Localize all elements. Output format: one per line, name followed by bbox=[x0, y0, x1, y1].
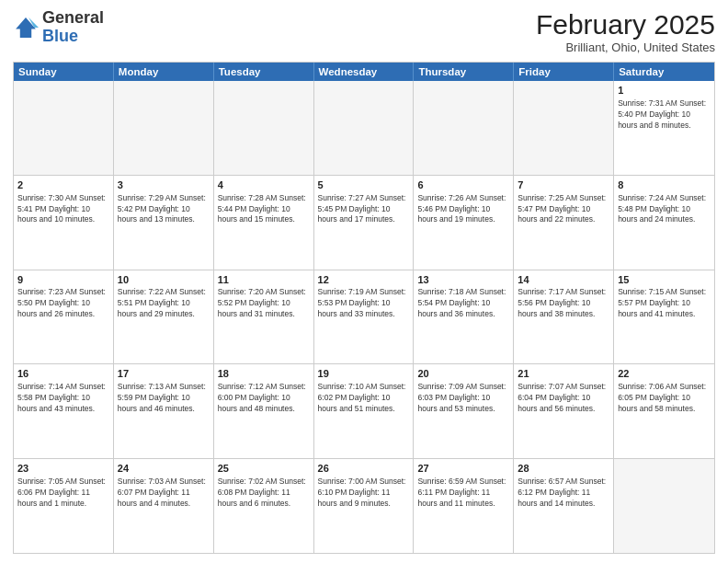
calendar-row: 1Sunrise: 7:31 AM Sunset: 5:40 PM Daylig… bbox=[14, 81, 714, 176]
day-number: 5 bbox=[318, 178, 410, 192]
day-number: 21 bbox=[518, 367, 609, 381]
calendar-cell: 19Sunrise: 7:10 AM Sunset: 6:02 PM Dayli… bbox=[314, 364, 415, 458]
day-info: Sunrise: 7:05 AM Sunset: 6:06 PM Dayligh… bbox=[17, 477, 109, 510]
day-info: Sunrise: 7:14 AM Sunset: 5:58 PM Dayligh… bbox=[17, 382, 109, 415]
calendar-cell: 5Sunrise: 7:27 AM Sunset: 5:45 PM Daylig… bbox=[314, 176, 415, 270]
day-number: 26 bbox=[318, 462, 410, 476]
day-info: Sunrise: 6:57 AM Sunset: 6:12 PM Dayligh… bbox=[518, 477, 609, 510]
calendar-cell: 12Sunrise: 7:19 AM Sunset: 5:53 PM Dayli… bbox=[314, 270, 415, 364]
day-info: Sunrise: 7:09 AM Sunset: 6:03 PM Dayligh… bbox=[417, 382, 509, 415]
day-info: Sunrise: 7:02 AM Sunset: 6:08 PM Dayligh… bbox=[218, 477, 310, 510]
day-info: Sunrise: 7:25 AM Sunset: 5:47 PM Dayligh… bbox=[518, 193, 609, 226]
calendar-cell bbox=[614, 459, 714, 553]
calendar: SundayMondayTuesdayWednesdayThursdayFrid… bbox=[13, 62, 715, 554]
calendar-cell: 26Sunrise: 7:00 AM Sunset: 6:10 PM Dayli… bbox=[314, 459, 415, 553]
calendar-cell: 8Sunrise: 7:24 AM Sunset: 5:48 PM Daylig… bbox=[614, 176, 714, 270]
calendar-cell: 15Sunrise: 7:15 AM Sunset: 5:57 PM Dayli… bbox=[614, 270, 714, 364]
logo: General Blue bbox=[13, 9, 104, 46]
weekday-header: Friday bbox=[514, 63, 614, 81]
calendar-cell: 4Sunrise: 7:28 AM Sunset: 5:44 PM Daylig… bbox=[214, 176, 314, 270]
day-info: Sunrise: 7:22 AM Sunset: 5:51 PM Dayligh… bbox=[118, 287, 210, 320]
day-info: Sunrise: 7:06 AM Sunset: 6:05 PM Dayligh… bbox=[618, 382, 711, 415]
weekday-header: Saturday bbox=[614, 63, 714, 81]
day-number: 2 bbox=[17, 178, 109, 192]
day-info: Sunrise: 7:20 AM Sunset: 5:52 PM Dayligh… bbox=[218, 287, 310, 320]
calendar-cell: 10Sunrise: 7:22 AM Sunset: 5:51 PM Dayli… bbox=[114, 270, 214, 364]
svg-marker-0 bbox=[16, 17, 36, 38]
calendar-cell: 20Sunrise: 7:09 AM Sunset: 6:03 PM Dayli… bbox=[414, 364, 514, 458]
day-info: Sunrise: 7:24 AM Sunset: 5:48 PM Dayligh… bbox=[618, 193, 711, 226]
weekday-header: Tuesday bbox=[214, 63, 314, 81]
calendar-cell: 11Sunrise: 7:20 AM Sunset: 5:52 PM Dayli… bbox=[214, 270, 314, 364]
logo-icon bbox=[13, 15, 39, 40]
day-number: 8 bbox=[618, 178, 711, 192]
day-info: Sunrise: 7:17 AM Sunset: 5:56 PM Dayligh… bbox=[518, 287, 609, 320]
day-info: Sunrise: 7:10 AM Sunset: 6:02 PM Dayligh… bbox=[318, 382, 410, 415]
day-number: 27 bbox=[417, 462, 509, 476]
calendar-row: 16Sunrise: 7:14 AM Sunset: 5:58 PM Dayli… bbox=[14, 364, 714, 459]
calendar-cell: 22Sunrise: 7:06 AM Sunset: 6:05 PM Dayli… bbox=[614, 364, 714, 458]
day-number: 11 bbox=[218, 273, 310, 287]
calendar-cell bbox=[314, 81, 415, 175]
calendar-cell: 1Sunrise: 7:31 AM Sunset: 5:40 PM Daylig… bbox=[614, 81, 714, 175]
day-number: 23 bbox=[17, 462, 109, 476]
day-number: 24 bbox=[118, 462, 210, 476]
day-info: Sunrise: 7:18 AM Sunset: 5:54 PM Dayligh… bbox=[417, 287, 509, 320]
calendar-cell: 9Sunrise: 7:23 AM Sunset: 5:50 PM Daylig… bbox=[14, 270, 114, 364]
calendar-row: 2Sunrise: 7:30 AM Sunset: 5:41 PM Daylig… bbox=[14, 176, 714, 270]
day-number: 3 bbox=[118, 178, 210, 192]
calendar-row: 23Sunrise: 7:05 AM Sunset: 6:06 PM Dayli… bbox=[14, 459, 714, 553]
day-info: Sunrise: 7:27 AM Sunset: 5:45 PM Dayligh… bbox=[318, 193, 410, 226]
day-info: Sunrise: 7:15 AM Sunset: 5:57 PM Dayligh… bbox=[618, 287, 711, 320]
day-number: 18 bbox=[218, 367, 310, 381]
day-info: Sunrise: 7:31 AM Sunset: 5:40 PM Dayligh… bbox=[618, 98, 711, 132]
calendar-page: General Blue February 2025 Brilliant, Oh… bbox=[0, 0, 728, 563]
weekday-header: Thursday bbox=[414, 63, 514, 81]
day-info: Sunrise: 7:26 AM Sunset: 5:46 PM Dayligh… bbox=[417, 193, 509, 226]
calendar-cell: 27Sunrise: 6:59 AM Sunset: 6:11 PM Dayli… bbox=[414, 459, 514, 553]
calendar-cell bbox=[114, 81, 214, 175]
weekday-header: Monday bbox=[114, 63, 214, 81]
day-info: Sunrise: 7:03 AM Sunset: 6:07 PM Dayligh… bbox=[118, 477, 210, 510]
day-info: Sunrise: 7:00 AM Sunset: 6:10 PM Dayligh… bbox=[318, 477, 410, 510]
calendar-cell: 16Sunrise: 7:14 AM Sunset: 5:58 PM Dayli… bbox=[14, 364, 114, 458]
month-title: February 2025 bbox=[536, 9, 715, 40]
day-number: 19 bbox=[318, 367, 410, 381]
calendar-cell: 13Sunrise: 7:18 AM Sunset: 5:54 PM Dayli… bbox=[414, 270, 514, 364]
calendar-cell: 7Sunrise: 7:25 AM Sunset: 5:47 PM Daylig… bbox=[514, 176, 614, 270]
day-number: 28 bbox=[518, 462, 609, 476]
logo-text: General Blue bbox=[42, 9, 104, 46]
day-info: Sunrise: 7:29 AM Sunset: 5:42 PM Dayligh… bbox=[118, 193, 210, 226]
calendar-cell bbox=[414, 81, 514, 175]
day-number: 10 bbox=[118, 273, 210, 287]
day-number: 4 bbox=[218, 178, 310, 192]
day-number: 13 bbox=[417, 273, 509, 287]
day-info: Sunrise: 7:07 AM Sunset: 6:04 PM Dayligh… bbox=[518, 382, 609, 415]
day-number: 7 bbox=[518, 178, 609, 192]
day-number: 25 bbox=[218, 462, 310, 476]
day-number: 14 bbox=[518, 273, 609, 287]
day-info: Sunrise: 7:13 AM Sunset: 5:59 PM Dayligh… bbox=[118, 382, 210, 415]
calendar-cell: 21Sunrise: 7:07 AM Sunset: 6:04 PM Dayli… bbox=[514, 364, 614, 458]
weekday-header: Sunday bbox=[14, 63, 114, 81]
calendar-cell: 25Sunrise: 7:02 AM Sunset: 6:08 PM Dayli… bbox=[214, 459, 314, 553]
calendar-cell: 3Sunrise: 7:29 AM Sunset: 5:42 PM Daylig… bbox=[114, 176, 214, 270]
location: Brilliant, Ohio, United States bbox=[536, 40, 715, 54]
day-info: Sunrise: 7:23 AM Sunset: 5:50 PM Dayligh… bbox=[17, 287, 109, 320]
day-info: Sunrise: 7:19 AM Sunset: 5:53 PM Dayligh… bbox=[318, 287, 410, 320]
weekday-header: Wednesday bbox=[314, 63, 415, 81]
day-info: Sunrise: 7:30 AM Sunset: 5:41 PM Dayligh… bbox=[17, 193, 109, 226]
logo-general: General bbox=[42, 8, 104, 27]
day-number: 9 bbox=[17, 273, 109, 287]
calendar-cell bbox=[14, 81, 114, 175]
day-number: 15 bbox=[618, 273, 711, 287]
day-number: 20 bbox=[417, 367, 509, 381]
calendar-cell: 24Sunrise: 7:03 AM Sunset: 6:07 PM Dayli… bbox=[114, 459, 214, 553]
calendar-cell bbox=[514, 81, 614, 175]
day-number: 16 bbox=[17, 367, 109, 381]
day-info: Sunrise: 7:12 AM Sunset: 6:00 PM Dayligh… bbox=[218, 382, 310, 415]
calendar-cell: 14Sunrise: 7:17 AM Sunset: 5:56 PM Dayli… bbox=[514, 270, 614, 364]
day-number: 22 bbox=[618, 367, 711, 381]
day-number: 6 bbox=[417, 178, 509, 192]
calendar-cell: 17Sunrise: 7:13 AM Sunset: 5:59 PM Dayli… bbox=[114, 364, 214, 458]
